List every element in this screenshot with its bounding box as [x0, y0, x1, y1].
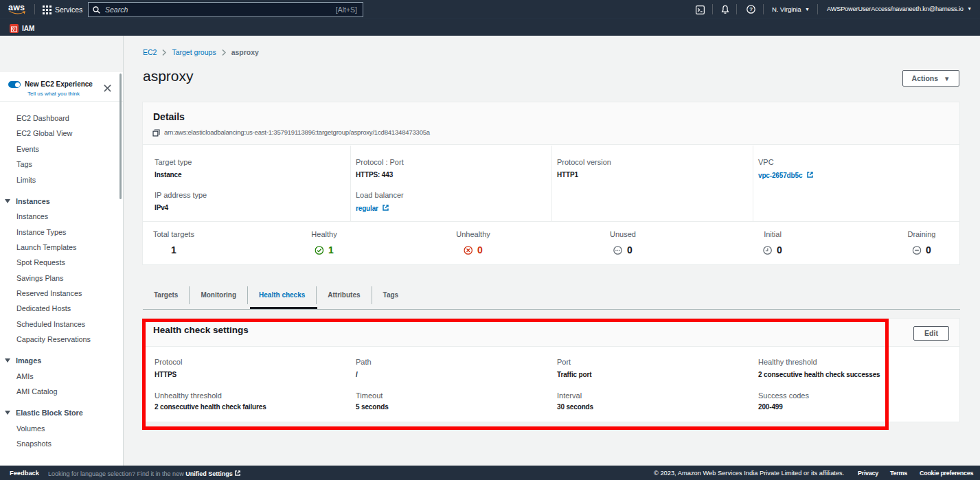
svg-text:?: ? [749, 6, 753, 12]
svg-text:aws: aws [8, 3, 25, 12]
